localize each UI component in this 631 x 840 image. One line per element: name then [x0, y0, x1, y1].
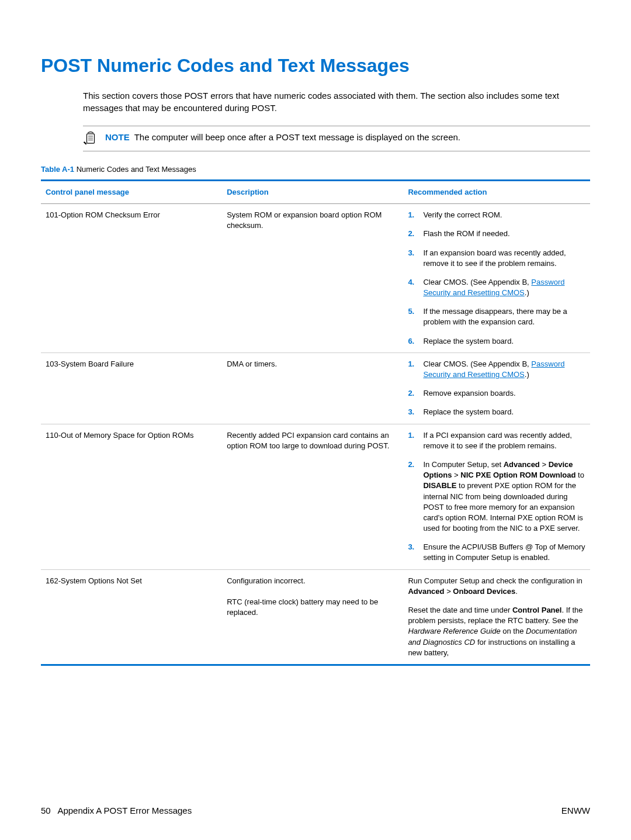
cell-action: Run Computer Setup and check the configu… [403, 569, 590, 665]
note-box: NOTEThe computer will beep once after a … [83, 126, 590, 151]
cell-action: 1.Clear CMOS. (See Appendix B, Password … [403, 352, 590, 424]
page-heading: POST Numeric Codes and Text Messages [41, 53, 590, 79]
table-row: 162-System Options Not SetConfiguration … [41, 569, 590, 665]
note-label: NOTE [105, 132, 130, 142]
table-caption: Table A-1 Numeric Codes and Text Message… [41, 164, 590, 175]
table-row: 103-System Board FailureDMA or timers.1.… [41, 352, 590, 424]
cell-description: Recently added PCI expansion card contai… [222, 424, 403, 569]
cell-description: Configuration incorrect.RTC (real-time c… [222, 569, 403, 665]
cell-description: System ROM or expansion board option ROM… [222, 204, 403, 353]
action-item: 1.If a PCI expansion card was recently a… [408, 430, 585, 451]
note-text: NOTEThe computer will beep once after a … [105, 131, 460, 143]
action-paragraph: Reset the date and time under Control Pa… [408, 605, 585, 658]
action-item: 3.If an expansion board was recently add… [408, 248, 585, 269]
link[interactable]: Password Security and Resetting CMOS [423, 359, 564, 379]
svg-rect-0 [87, 134, 95, 143]
post-codes-table: Control panel message Description Recomm… [41, 179, 590, 666]
action-item: 5.If the message disappears, there may b… [408, 306, 585, 327]
cell-message: 103-System Board Failure [41, 352, 222, 424]
page-footer: 50 Appendix A POST Error Messages ENWW [41, 804, 590, 817]
header-message: Control panel message [41, 180, 222, 203]
action-item: 1.Clear CMOS. (See Appendix B, Password … [408, 359, 585, 380]
header-description: Description [222, 180, 403, 203]
table-row: 101-Option ROM Checksum ErrorSystem ROM … [41, 204, 590, 353]
footer-right: ENWW [561, 804, 590, 817]
cell-action: 1.Verify the correct ROM.2.Flash the ROM… [403, 204, 590, 353]
action-item: 3.Replace the system board. [408, 407, 585, 417]
action-item: 4.Clear CMOS. (See Appendix B, Password … [408, 277, 585, 298]
cell-action: 1.If a PCI expansion card was recently a… [403, 424, 590, 569]
action-item: 2.In Computer Setup, set Advanced > Devi… [408, 459, 585, 534]
action-item: 6.Replace the system board. [408, 336, 585, 347]
page-number: 50 [41, 806, 51, 815]
action-item: 3.Ensure the ACPI/USB Buffers @ Top of M… [408, 542, 585, 563]
action-item: 2.Remove expansion boards. [408, 388, 585, 399]
cell-message: 101-Option ROM Checksum Error [41, 204, 222, 353]
cell-message: 110-Out of Memory Space for Option ROMs [41, 424, 222, 569]
intro-paragraph: This section covers those POST errors th… [83, 89, 590, 114]
link[interactable]: Password Security and Resetting CMOS [423, 278, 564, 297]
action-item: 1.Verify the correct ROM. [408, 210, 585, 220]
action-paragraph: Run Computer Setup and check the configu… [408, 576, 585, 597]
table-row: 110-Out of Memory Space for Option ROMsR… [41, 424, 590, 569]
cell-message: 162-System Options Not Set [41, 569, 222, 665]
note-icon [83, 131, 98, 146]
header-action: Recommended action [403, 180, 590, 203]
action-item: 2.Flash the ROM if needed. [408, 229, 585, 239]
cell-description: DMA or timers. [222, 352, 403, 424]
footer-left: Appendix A POST Error Messages [57, 806, 192, 815]
